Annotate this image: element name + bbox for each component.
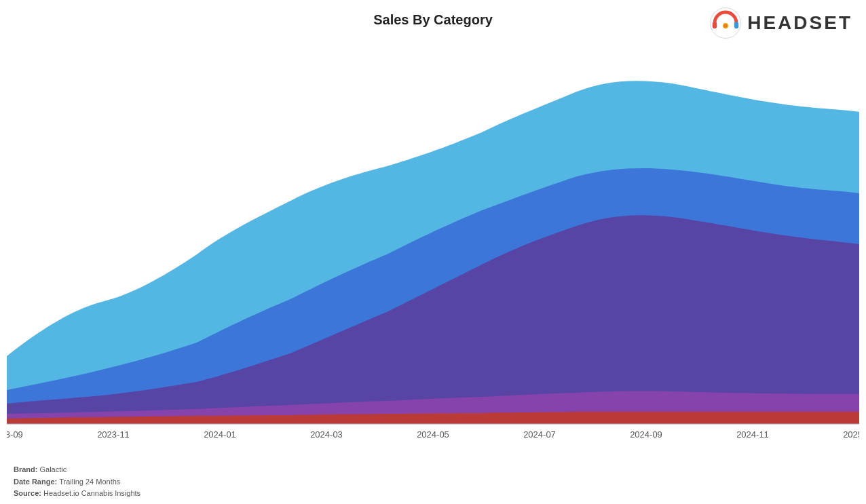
svg-text:2024-01: 2024-01 <box>204 429 236 440</box>
brand-value: Galactic <box>40 465 67 473</box>
source-line: Source: Headset.io Cannabis Insights <box>14 488 140 500</box>
chart-title: Sales By Category <box>0 12 866 28</box>
svg-text:2023-11: 2023-11 <box>97 429 130 440</box>
source-value: Headset.io Cannabis Insights <box>43 489 140 497</box>
svg-text:2024-09: 2024-09 <box>630 429 662 440</box>
page: HEADSET Sales By Category ConcentratesEd… <box>0 0 866 504</box>
date-range-value: Trailing 24 Months <box>59 478 120 486</box>
svg-text:2024-11: 2024-11 <box>736 429 769 440</box>
svg-text:2023-09: 2023-09 <box>7 429 23 440</box>
source-label: Source: <box>14 489 43 497</box>
chart-svg: 2023-09 2023-11 2024-01 2024-03 2024-05 … <box>7 44 859 450</box>
svg-text:2025-01: 2025-01 <box>843 429 859 440</box>
chart-container: 2023-09 2023-11 2024-01 2024-03 2024-05 … <box>7 44 859 450</box>
footer-info: Brand: Galactic Date Range: Trailing 24 … <box>14 464 140 500</box>
svg-text:2024-03: 2024-03 <box>310 429 343 440</box>
date-range-line: Date Range: Trailing 24 Months <box>14 476 140 488</box>
date-range-label: Date Range: <box>14 478 59 486</box>
brand-line: Brand: Galactic <box>14 464 140 476</box>
brand-label: Brand: <box>14 465 40 473</box>
svg-text:2024-05: 2024-05 <box>417 429 449 440</box>
svg-text:2024-07: 2024-07 <box>523 429 556 440</box>
